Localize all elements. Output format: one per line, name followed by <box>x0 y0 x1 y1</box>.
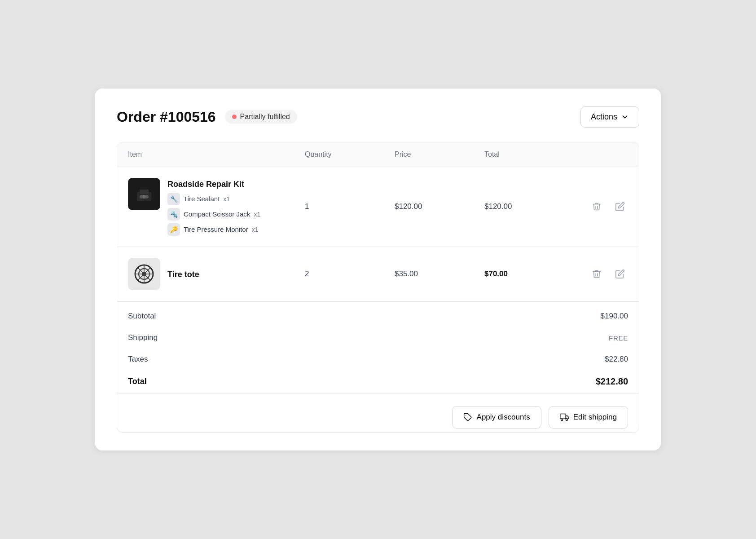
sub-item-label-1: Compact Scissor Jack <box>184 210 250 218</box>
actions-cell-2 <box>574 266 628 282</box>
order-card: Order #100516 Partially fulfilled Action… <box>95 88 661 451</box>
sub-items-1: 🔧 Tire Sealant x1 🔩 Compact Scissor Jack… <box>167 193 260 236</box>
table-row: Tire tote 2 $35.00 $70.00 <box>117 247 639 301</box>
status-label: Partially fulfilled <box>240 113 290 121</box>
item-image-1 <box>128 178 160 210</box>
sub-item-qty-1: x1 <box>254 211 260 218</box>
edit-button-1[interactable] <box>612 199 628 215</box>
chevron-down-icon <box>621 113 629 121</box>
bottom-action-bar: Apply discounts Edit shipping <box>117 393 639 432</box>
order-title: Order #100516 <box>117 109 216 125</box>
trash-icon <box>592 269 602 279</box>
tag-icon <box>463 413 472 422</box>
item-cell-2: Tire tote <box>128 258 305 290</box>
svg-point-15 <box>561 419 563 421</box>
item-main-1: Roadside Repair Kit 🔧 Tire Sealant x1 🔩 … <box>128 178 305 236</box>
actions-button[interactable]: Actions <box>580 106 639 128</box>
actions-cell-1 <box>574 199 628 215</box>
taxes-row: Taxes $22.80 <box>117 349 639 370</box>
col-price: Price <box>395 150 484 159</box>
svg-point-16 <box>566 419 567 421</box>
pencil-icon <box>615 202 625 212</box>
delete-button-1[interactable] <box>589 199 605 215</box>
order-header: Order #100516 Partially fulfilled Action… <box>117 106 639 128</box>
item-cell-1: Roadside Repair Kit 🔧 Tire Sealant x1 🔩 … <box>128 178 305 236</box>
subtotal-row: Subtotal $190.00 <box>117 305 639 327</box>
qty-cell-2: 2 <box>305 270 395 278</box>
table-header: Item Quantity Price Total <box>117 142 639 167</box>
sub-item-qty-0: x1 <box>223 195 230 203</box>
qty-cell-1: 1 <box>305 202 395 211</box>
taxes-value: $22.80 <box>605 355 628 364</box>
subtotal-value: $190.00 <box>601 312 628 321</box>
order-table: Item Quantity Price Total <box>117 142 639 433</box>
svg-point-3 <box>145 195 149 199</box>
delete-button-2[interactable] <box>589 266 605 282</box>
header-left: Order #100516 Partially fulfilled <box>117 109 297 125</box>
total-cell-2: $70.00 <box>484 270 574 278</box>
sub-item-1: 🔩 Compact Scissor Jack x1 <box>167 208 260 221</box>
pencil-icon <box>615 269 625 279</box>
shipping-row: Shipping FREE <box>117 327 639 349</box>
svg-rect-4 <box>143 195 145 199</box>
edit-shipping-label: Edit shipping <box>573 413 617 422</box>
total-cell-1: $120.00 <box>484 202 574 211</box>
item-main-2: Tire tote <box>128 258 305 290</box>
subtotal-label: Subtotal <box>128 312 156 321</box>
edit-shipping-button[interactable]: Edit shipping <box>549 406 628 429</box>
sub-item-qty-2: x1 <box>252 226 259 233</box>
table-row: Roadside Repair Kit 🔧 Tire Sealant x1 🔩 … <box>117 167 639 247</box>
taxes-label: Taxes <box>128 355 148 364</box>
col-total: Total <box>484 150 574 159</box>
item-info-2: Tire tote <box>167 258 199 290</box>
sub-item-label-0: Tire Sealant <box>184 195 220 203</box>
shipping-value: FREE <box>609 334 628 342</box>
sub-item-0: 🔧 Tire Sealant x1 <box>167 193 260 205</box>
tire-sealant-icon: 🔧 <box>167 193 180 205</box>
col-quantity: Quantity <box>305 150 395 159</box>
price-cell-2: $35.00 <box>395 270 484 278</box>
pressure-monitor-icon: 🔑 <box>167 223 180 236</box>
edit-button-2[interactable] <box>612 266 628 282</box>
sub-item-label-2: Tire Pressure Monitor <box>184 225 248 233</box>
col-item: Item <box>128 150 305 159</box>
svg-point-2 <box>140 195 143 199</box>
total-value: $212.80 <box>596 376 628 387</box>
status-badge: Partially fulfilled <box>225 110 297 124</box>
total-label: Total <box>128 377 147 386</box>
svg-marker-14 <box>566 416 568 419</box>
item-image-2 <box>128 258 160 290</box>
tire-tote-icon <box>132 262 156 286</box>
actions-label: Actions <box>591 112 617 122</box>
total-row: Total $212.80 <box>117 370 639 393</box>
status-dot <box>232 115 237 119</box>
truck-icon <box>560 413 569 422</box>
apply-discounts-button[interactable]: Apply discounts <box>452 406 541 429</box>
svg-rect-13 <box>560 414 566 419</box>
item-info-1: Roadside Repair Kit 🔧 Tire Sealant x1 🔩 … <box>167 178 260 236</box>
sub-item-2: 🔑 Tire Pressure Monitor x1 <box>167 223 260 236</box>
shipping-label: Shipping <box>128 333 158 342</box>
apply-discounts-label: Apply discounts <box>477 413 530 422</box>
col-actions <box>574 150 628 159</box>
item-name-1: Roadside Repair Kit <box>167 178 260 189</box>
totals-section: Subtotal $190.00 Shipping FREE Taxes $22… <box>117 302 639 393</box>
trash-icon <box>592 202 602 212</box>
scissor-jack-icon: 🔩 <box>167 208 180 221</box>
svg-rect-1 <box>140 190 149 194</box>
price-cell-1: $120.00 <box>395 202 484 211</box>
item-name-2: Tire tote <box>167 268 199 279</box>
repair-kit-icon <box>133 183 155 205</box>
